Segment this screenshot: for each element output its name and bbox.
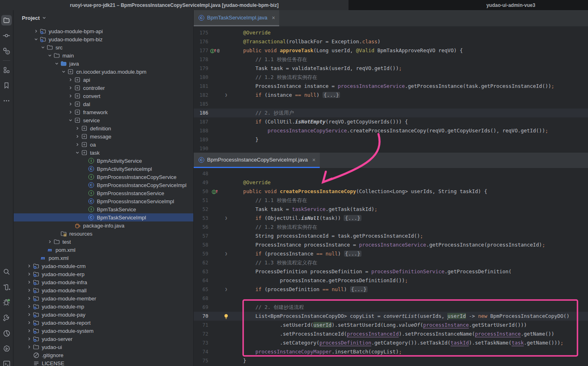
stripe-button-services-icon[interactable] <box>1 343 12 354</box>
tree-item-bpmprocessinstanceservice[interactable]: IBpmProcessInstanceService <box>14 189 193 197</box>
tree-item-service[interactable]: service <box>14 116 193 124</box>
tree-item-license[interactable]: LICENSE <box>14 359 193 366</box>
tree-item-task[interactable]: task <box>14 149 193 157</box>
code-line-52[interactable]: 52 Task task = taskService.getTask(taskI… <box>194 205 588 214</box>
tree-item-yudao-module-mp[interactable]: yudao-module-mp <box>14 302 193 311</box>
tree-item-yudao-module-mall[interactable]: yudao-module-mall <box>14 286 193 294</box>
code-line-177[interactable]: 177I@ public void approveTask(Long userI… <box>194 46 588 55</box>
code-line-59[interactable]: 59❯ if (processInstance == null) {...} <box>194 249 588 258</box>
code-line-73[interactable]: 73 .setCategory(processDefinition.getCat… <box>194 338 588 347</box>
code-line-188[interactable]: 188 processInstanceCopyService.createPro… <box>194 126 588 135</box>
tree-item-controller[interactable]: controller <box>14 84 193 92</box>
editor-top[interactable]: 175 @Override176 @Transactional(rollback… <box>194 26 588 153</box>
chevron-right-icon[interactable] <box>26 287 32 294</box>
tree-item-bpmprocessinstanceserviceimpl[interactable]: CBpmProcessInstanceServiceImpl <box>14 197 193 205</box>
chevron-down-icon[interactable] <box>67 117 74 123</box>
stripe-button-pull-requests-icon[interactable]: ? <box>1 46 12 56</box>
fold-expand-icon[interactable]: ❯ <box>225 285 228 294</box>
chevron-right-icon[interactable] <box>67 85 74 91</box>
stripe-button-more-tool-windows-icon[interactable] <box>1 96 12 106</box>
code-line-70[interactable]: 70 List<BpmProcessInstanceCopyDO> copyLi… <box>194 312 588 321</box>
chevron-right-icon[interactable] <box>67 77 74 83</box>
tree-item-cn-iocoder-yudao-module-bpm[interactable]: cn.iocoder.yudao.module.bpm <box>14 68 193 76</box>
code-line-51[interactable]: 51 // 1.1 校验任务存在 <box>194 196 588 205</box>
overriding-method-icon[interactable]: I <box>212 189 218 195</box>
stripe-button-structure-icon[interactable] <box>1 65 12 75</box>
stripe-button-build-icon[interactable] <box>1 313 12 323</box>
chevron-down-icon[interactable] <box>40 44 46 51</box>
tree-item-yudao-module-erp[interactable]: yudao-module-erp <box>14 270 193 278</box>
code-line-72[interactable]: 72 .setProcessInstanceId(processInstance… <box>194 330 588 338</box>
code-line-62[interactable]: 62 // 1.3 校验流程定义存在 <box>194 258 588 267</box>
overriding-method-icon[interactable]: I <box>210 48 216 54</box>
tab-close-icon[interactable]: × <box>312 157 316 163</box>
code-line-63[interactable]: 63 ProcessDefinition processDefinition =… <box>194 267 588 276</box>
chevron-right-icon[interactable] <box>26 263 32 269</box>
code-line-186[interactable]: 186 // 2. 抄送用户 <box>194 109 588 117</box>
tree-item-bpmprocessinstancecopyserviceimpl[interactable]: CBpmProcessInstanceCopyServiceImpl <box>14 181 193 189</box>
tree-item-yudao-module-system[interactable]: yudao-module-system <box>14 327 193 335</box>
tree-item-api[interactable]: api <box>14 76 193 84</box>
tree-item-resources[interactable]: resources <box>14 230 193 238</box>
chevron-right-icon[interactable] <box>47 238 53 245</box>
tree-item-pom-xml[interactable]: mpom.xml <box>14 254 193 262</box>
code-line-187[interactable]: 187 if (CollUtil.isNotEmpty(reqVO.getCop… <box>194 117 588 126</box>
intention-bulb-icon[interactable] <box>223 313 229 319</box>
code-line-179[interactable]: 179 Task task = validateTask(userId, req… <box>194 64 588 73</box>
stripe-button-commit-icon[interactable] <box>1 30 12 41</box>
stripe-button-terminal-icon[interactable] <box>1 359 12 366</box>
tree-item--gitignore[interactable]: .gitignore <box>14 351 193 359</box>
chevron-right-icon[interactable] <box>26 279 32 285</box>
code-line-181[interactable]: 181 ProcessInstance instance = processIn… <box>194 82 588 91</box>
code-line-71[interactable]: 71 .setUserId(userId).setStartUserId(Lon… <box>194 321 588 330</box>
code-line-189[interactable]: 189 } <box>194 135 588 144</box>
chevron-right-icon[interactable] <box>74 133 81 140</box>
tree-item-yudao-server[interactable]: yudao-server <box>14 335 193 343</box>
tree-item-oa[interactable]: oa <box>14 140 193 149</box>
tree-item-bpmactivityservice[interactable]: IBpmActivityService <box>14 157 193 165</box>
tree-item-message[interactable]: message <box>14 132 193 140</box>
stripe-button-project-icon[interactable] <box>1 15 12 26</box>
tree-item-convert[interactable]: convert <box>14 92 193 100</box>
tree-item-yudao-module-pay[interactable]: yudao-module-pay <box>14 311 193 319</box>
stripe-button-run-icon[interactable] <box>1 282 12 292</box>
code-line-182[interactable]: 182❯ if (instance == null) {...} <box>194 91 588 100</box>
code-line-178[interactable]: 178 // 1.1 校验任务存在 <box>194 55 588 64</box>
code-line-69[interactable]: 69 // 2. 创建抄送流程 <box>194 303 588 312</box>
chevron-right-icon[interactable] <box>26 328 32 334</box>
code-line-64[interactable]: 64 processInstance.getProcessDefinitionI… <box>194 276 588 285</box>
tree-item-definition[interactable]: definition <box>14 124 193 132</box>
fold-expand-icon[interactable]: ❯ <box>225 214 228 223</box>
code-line-180[interactable]: 180 // 1.2 校验流程实例存在 <box>194 73 588 82</box>
chevron-right-icon[interactable] <box>67 101 74 107</box>
stripe-button-search-icon[interactable] <box>1 266 12 277</box>
tree-item-yudao-module-crm[interactable]: yudao-module-crm <box>14 262 193 270</box>
tree-item-bpmtaskservice[interactable]: IBpmTaskService <box>14 205 193 213</box>
code-line-175[interactable]: 175 @Override <box>194 28 588 37</box>
project-panel-header[interactable]: Project <box>14 10 193 26</box>
chevron-right-icon[interactable] <box>26 303 32 310</box>
tree-item-java[interactable]: java <box>14 60 193 68</box>
tree-item-pom-xml[interactable]: mpom.xml <box>14 246 193 254</box>
code-line-185[interactable]: 185 <box>194 100 588 109</box>
chevron-right-icon[interactable] <box>26 319 32 326</box>
tree-item-bpmprocessinstancecopyservice[interactable]: IBpmProcessInstanceCopyService <box>14 173 193 181</box>
fold-expand-icon[interactable]: ❯ <box>225 249 228 258</box>
chevron-down-icon[interactable] <box>53 60 60 67</box>
stripe-button-debug-icon[interactable] <box>1 297 12 308</box>
tree-item-yudao-ui[interactable]: yudao-ui <box>14 343 193 351</box>
tree-item-bpmtaskserviceimpl[interactable]: CBpmTaskServiceImpl <box>14 213 193 221</box>
chevron-down-icon[interactable] <box>74 149 81 156</box>
tab-close-icon[interactable]: × <box>272 15 275 21</box>
code-line-48[interactable]: 48 <box>194 169 588 178</box>
code-line-74[interactable]: 74 processInstanceCopyMapper.insertBatch… <box>194 347 588 356</box>
stripe-button-bookmarks-icon[interactable] <box>1 80 12 91</box>
tree-item-yudao-module-member[interactable]: yudao-module-member <box>14 294 193 302</box>
chevron-right-icon[interactable] <box>26 271 32 277</box>
tree-item-yudao-module-report[interactable]: yudao-module-report <box>14 319 193 327</box>
code-line-50[interactable]: 50I public void createProcessInstanceCop… <box>194 187 588 196</box>
code-line-53[interactable]: 53❯ if (ObjectUtil.isNull(task)) {...} <box>194 214 588 223</box>
code-line-57[interactable]: 57 String processInstanceId = task.getPr… <box>194 232 588 240</box>
code-line-65[interactable]: 65❯ if (processDefinition == null) {...} <box>194 285 588 294</box>
chevron-right-icon[interactable] <box>67 109 74 115</box>
